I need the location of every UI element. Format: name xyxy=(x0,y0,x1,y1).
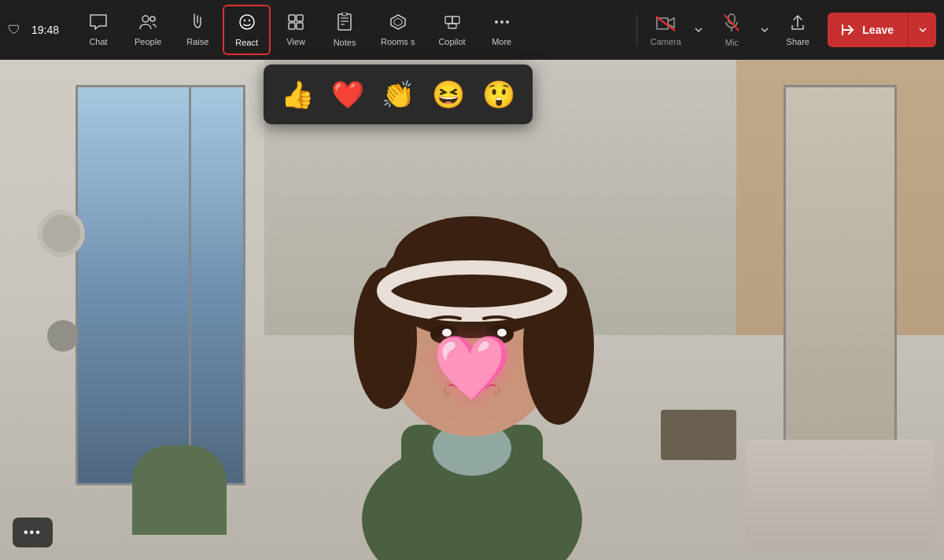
raise-icon xyxy=(189,13,206,35)
nav-item-view[interactable]: View xyxy=(272,5,319,55)
video-area: 🩷 ••• xyxy=(0,60,944,560)
more-label: More xyxy=(492,37,511,46)
chat-icon xyxy=(89,13,108,35)
svg-point-34 xyxy=(393,216,551,303)
nav-item-copilot[interactable]: Copilot xyxy=(427,5,476,55)
time-display: 19:48 xyxy=(31,24,67,36)
svg-rect-8 xyxy=(297,23,303,29)
table-right xyxy=(661,410,736,460)
copilot-icon xyxy=(444,13,461,35)
notes-label: Notes xyxy=(334,38,356,47)
leave-label: Leave xyxy=(862,24,894,36)
nav-item-more[interactable]: More xyxy=(478,5,525,55)
nav-item-chat[interactable]: Chat xyxy=(75,5,122,55)
window-left xyxy=(76,85,208,485)
emoji-thumbsup[interactable]: 👍 xyxy=(278,76,317,113)
nav-items: Chat People Raise xyxy=(75,5,630,55)
sofa-green xyxy=(132,445,227,535)
nav-separator xyxy=(636,14,637,46)
people-label: People xyxy=(135,37,161,46)
people-icon xyxy=(138,13,157,35)
svg-rect-13 xyxy=(342,13,347,16)
raise-label: Raise xyxy=(186,37,208,46)
window-left2 xyxy=(189,85,245,485)
more-icon xyxy=(493,13,511,35)
svg-point-19 xyxy=(495,20,498,24)
nav-item-people[interactable]: People xyxy=(124,5,172,55)
svg-rect-16 xyxy=(445,17,452,24)
svg-point-21 xyxy=(506,20,509,24)
camera-button[interactable]: Camera xyxy=(643,5,688,55)
svg-point-0 xyxy=(142,16,149,22)
sofa-right xyxy=(746,440,935,550)
rooms-icon xyxy=(389,13,407,35)
svg-rect-7 xyxy=(289,23,295,29)
svg-point-4 xyxy=(248,20,249,21)
circle-decor-1 xyxy=(38,210,85,257)
copilot-label: Copilot xyxy=(438,37,465,46)
react-icon xyxy=(238,13,256,36)
leave-main[interactable]: Leave xyxy=(828,13,908,47)
svg-rect-17 xyxy=(452,17,459,24)
react-label: React xyxy=(235,38,258,47)
shield-icon: 🛡 xyxy=(8,23,20,37)
svg-point-2 xyxy=(240,15,254,29)
share-icon xyxy=(789,14,806,35)
svg-point-20 xyxy=(500,20,503,24)
emoji-heart[interactable]: ❤️ xyxy=(328,76,367,113)
nav-item-raise[interactable]: Raise xyxy=(174,5,221,55)
mic-button[interactable]: Mic xyxy=(710,5,754,55)
svg-point-3 xyxy=(243,20,245,21)
svg-rect-18 xyxy=(448,24,456,28)
svg-point-1 xyxy=(150,17,155,21)
more-options-button[interactable]: ••• xyxy=(13,518,53,547)
nav-item-rooms[interactable]: Rooms s xyxy=(370,5,426,55)
svg-rect-9 xyxy=(338,14,351,30)
leave-chevron[interactable] xyxy=(908,13,936,47)
avatar-container: 🩷 xyxy=(307,110,637,560)
heart-reaction: 🩷 xyxy=(433,330,511,404)
svg-rect-5 xyxy=(289,15,295,21)
mic-label: Mic xyxy=(725,38,739,47)
topbar: 🛡 19:48 Chat People xyxy=(0,0,944,60)
circle-decor-2 xyxy=(47,320,79,352)
camera-icon xyxy=(655,14,676,35)
mic-icon xyxy=(724,13,739,36)
emoji-surprised[interactable]: 😲 xyxy=(479,76,518,113)
svg-marker-15 xyxy=(394,18,402,26)
camera-label: Camera xyxy=(651,37,681,46)
more-options-label: ••• xyxy=(24,525,42,539)
camera-chevron[interactable] xyxy=(691,5,706,55)
chat-label: Chat xyxy=(89,37,107,46)
notes-icon xyxy=(337,13,352,36)
emoji-laugh[interactable]: 😆 xyxy=(429,76,468,113)
rooms-label: Rooms s xyxy=(381,37,415,46)
nav-item-react[interactable]: React xyxy=(223,5,271,55)
view-icon xyxy=(287,13,304,35)
share-button[interactable]: Share xyxy=(776,5,820,55)
nav-item-notes[interactable]: Notes xyxy=(321,5,368,55)
view-label: View xyxy=(286,37,305,46)
right-controls: Camera Mic xyxy=(643,5,820,55)
emoji-clap[interactable]: 👏 xyxy=(378,76,418,113)
leave-button[interactable]: Leave xyxy=(828,13,936,47)
share-label: Share xyxy=(787,37,809,46)
svg-rect-6 xyxy=(297,15,303,21)
svg-marker-14 xyxy=(391,15,405,29)
react-popup: 👍 ❤️ 👏 😆 😲 xyxy=(264,64,533,124)
window-right xyxy=(784,85,897,460)
mic-chevron[interactable] xyxy=(757,5,773,55)
